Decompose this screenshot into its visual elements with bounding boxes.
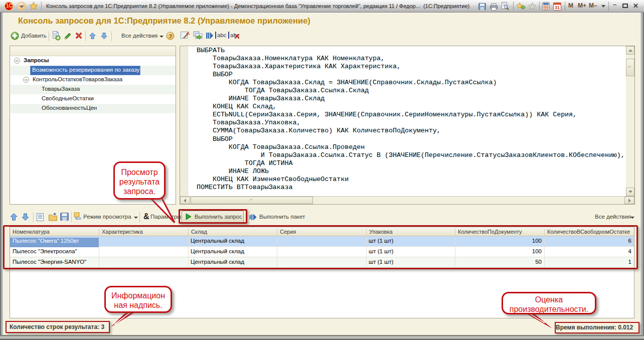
svg-text:?: ? (169, 33, 172, 39)
svg-text:31: 31 (555, 5, 560, 10)
